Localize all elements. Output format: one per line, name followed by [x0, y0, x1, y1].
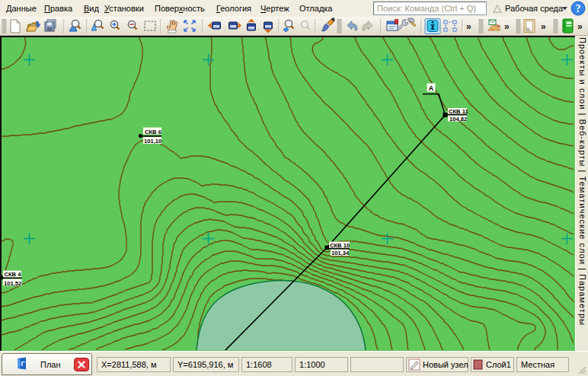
svg-text:101,34: 101,34 [331, 250, 350, 257]
svg-text:»: » [541, 21, 546, 32]
svg-text:А: А [429, 84, 434, 92]
svg-text:»: » [577, 21, 583, 32]
svg-text:СКВ 4: СКВ 4 [5, 271, 22, 278]
svg-text:104,82: 104,82 [449, 116, 467, 123]
svg-text:101,10: 101,10 [144, 138, 161, 145]
svg-text:СКВ 10: СКВ 10 [330, 242, 350, 249]
svg-text:СКВ 6: СКВ 6 [145, 129, 161, 135]
svg-text:Г: Г [21, 360, 24, 368]
svg-text:?: ? [576, 3, 581, 14]
svg-text:»: » [504, 21, 510, 32]
svg-text:101,52: 101,52 [4, 280, 21, 287]
svg-text:СКВ 11: СКВ 11 [449, 108, 469, 115]
svg-text:»: » [466, 21, 471, 32]
